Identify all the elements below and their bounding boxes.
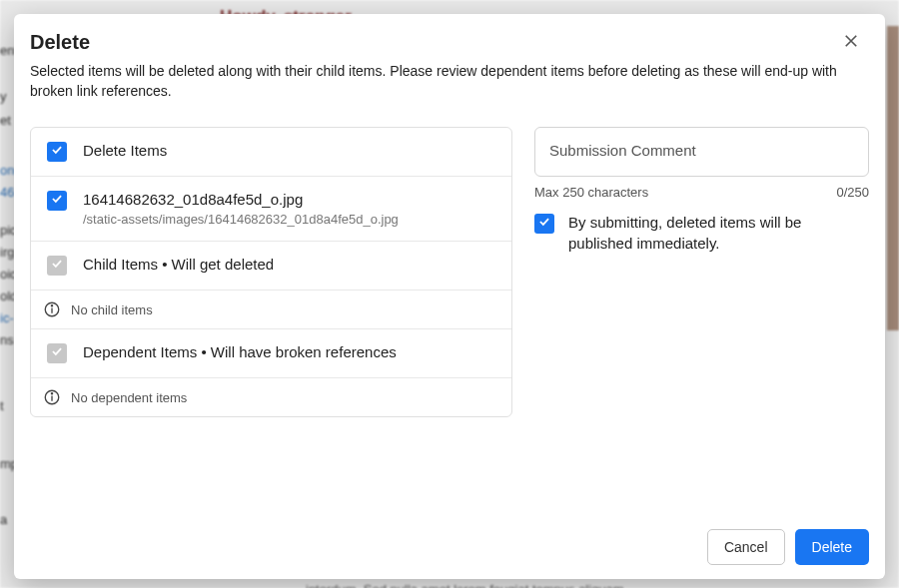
items-panel: Delete Items 16414682632_01d8a4fe5d_o.jp… — [30, 127, 512, 417]
dependent-items-label: Dependent Items • Will have broken refer… — [83, 343, 495, 360]
check-icon — [50, 143, 64, 161]
child-items-label: Child Items • Will get deleted — [83, 256, 495, 273]
no-dependent-items-text: No dependent items — [71, 390, 187, 405]
publish-immediately-row: By submitting, deleted items will be pub… — [534, 212, 869, 254]
check-icon — [50, 257, 64, 275]
check-icon — [537, 215, 551, 233]
item-checkbox[interactable] — [47, 191, 67, 211]
comment-column: Submission Comment Max 250 characters 0/… — [534, 127, 869, 517]
item-name: 16414682632_01d8a4fe5d_o.jpg — [83, 191, 495, 208]
info-icon — [43, 388, 61, 406]
close-button[interactable] — [839, 30, 863, 54]
modal-body: Delete Items 16414682632_01d8a4fe5d_o.jp… — [14, 115, 885, 517]
modal-title: Delete — [30, 31, 90, 54]
close-icon — [842, 32, 860, 53]
modal-header: Delete Selected items will be deleted al… — [14, 14, 885, 115]
check-icon — [50, 344, 64, 362]
publish-immediately-checkbox[interactable] — [534, 214, 554, 234]
submission-comment-input[interactable]: Submission Comment — [534, 127, 869, 177]
max-chars-label: Max 250 characters — [534, 185, 648, 200]
no-child-items-row: No child items — [31, 291, 511, 329]
dependent-items-checkbox[interactable] — [47, 343, 67, 363]
char-counter-row: Max 250 characters 0/250 — [534, 185, 869, 200]
dependent-items-header-row: Dependent Items • Will have broken refer… — [31, 329, 511, 378]
no-dependent-items-row: No dependent items — [31, 378, 511, 416]
publish-immediately-label: By submitting, deleted items will be pub… — [568, 212, 869, 254]
delete-modal: Delete Selected items will be deleted al… — [14, 14, 885, 579]
svg-point-2 — [51, 305, 52, 306]
delete-button[interactable]: Delete — [795, 529, 869, 565]
delete-items-label: Delete Items — [83, 142, 495, 159]
item-path: /static-assets/images/16414682632_01d8a4… — [83, 212, 495, 227]
child-items-checkbox[interactable] — [47, 256, 67, 276]
check-icon — [50, 192, 64, 210]
modal-subtitle: Selected items will be deleted along wit… — [30, 62, 863, 101]
item-row: 16414682632_01d8a4fe5d_o.jpg /static-ass… — [31, 177, 511, 242]
delete-items-header-row: Delete Items — [31, 128, 511, 177]
no-child-items-text: No child items — [71, 302, 153, 317]
modal-footer: Cancel Delete — [14, 517, 885, 579]
child-items-header-row: Child Items • Will get deleted — [31, 242, 511, 291]
delete-items-checkbox[interactable] — [47, 142, 67, 162]
items-column: Delete Items 16414682632_01d8a4fe5d_o.jp… — [30, 127, 512, 517]
cancel-button[interactable]: Cancel — [707, 529, 785, 565]
char-counter: 0/250 — [836, 185, 869, 200]
svg-point-5 — [51, 393, 52, 394]
info-icon — [43, 300, 61, 318]
